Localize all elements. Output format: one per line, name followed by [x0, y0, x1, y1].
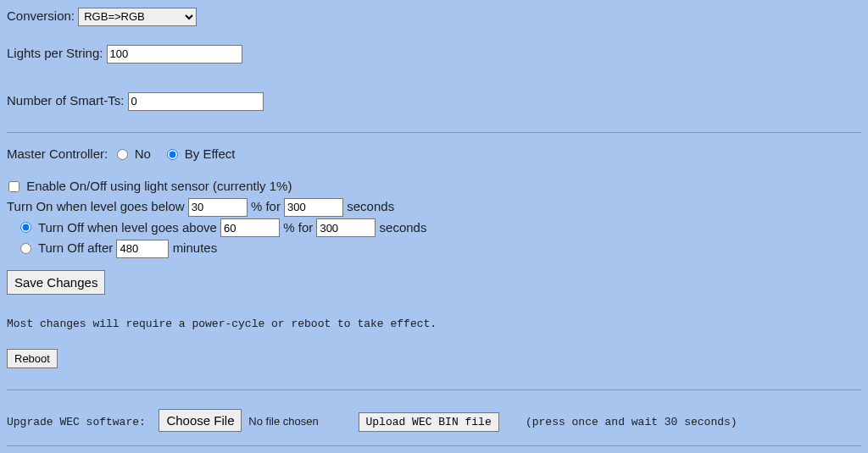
- divider: [7, 132, 861, 133]
- turn-off-level-input[interactable]: [220, 218, 280, 237]
- divider: [7, 389, 861, 390]
- reboot-button[interactable]: Reboot: [7, 349, 58, 368]
- minutes-label: minutes: [173, 240, 218, 255]
- smart-ts-input[interactable]: [128, 92, 264, 111]
- power-cycle-note: Most changes will require a power-cycle …: [7, 313, 861, 335]
- master-no-option[interactable]: No: [115, 146, 155, 161]
- conversion-select[interactable]: RGB=>RGB: [78, 8, 197, 26]
- master-by-effect-text: By Effect: [185, 146, 236, 161]
- enable-light-sensor-checkbox[interactable]: [8, 181, 19, 192]
- enable-light-sensor-text: Enable On/Off using light sensor (curren…: [26, 179, 292, 193]
- seconds-label-1: seconds: [347, 199, 394, 213]
- lights-per-string-input[interactable]: [107, 45, 242, 64]
- turn-off-above-option[interactable]: Turn Off when level goes above: [19, 220, 220, 235]
- enable-light-sensor-option[interactable]: Enable On/Off using light sensor (curren…: [7, 179, 292, 193]
- divider: [7, 445, 861, 446]
- turn-off-seconds-input[interactable]: [316, 218, 376, 237]
- turn-off-after-radio[interactable]: [20, 243, 31, 254]
- lights-per-string-label: Lights per String:: [7, 46, 103, 60]
- percent-for-1: % for: [251, 199, 284, 213]
- turn-off-after-text: Turn Off after: [38, 240, 117, 255]
- save-button[interactable]: Save Changes: [7, 270, 105, 295]
- turn-on-level-input[interactable]: [188, 198, 248, 217]
- turn-off-after-option[interactable]: Turn Off after: [19, 240, 116, 255]
- turn-on-seconds-input[interactable]: [284, 198, 343, 217]
- upload-button[interactable]: Upload WEC BIN file: [359, 412, 499, 432]
- turn-off-after-min-input[interactable]: [116, 240, 169, 258]
- master-no-radio[interactable]: [117, 149, 128, 160]
- no-file-text: No file chosen: [248, 415, 318, 428]
- smart-ts-label: Number of Smart-Ts:: [7, 93, 124, 108]
- master-by-effect-option[interactable]: By Effect: [165, 146, 236, 161]
- turn-off-above-radio[interactable]: [20, 222, 31, 233]
- turn-off-above-text: Turn Off when level goes above: [38, 220, 220, 235]
- press-once-note: (press once and wait 30 seconds): [526, 416, 737, 428]
- master-by-effect-radio[interactable]: [167, 149, 178, 160]
- master-no-text: No: [135, 146, 151, 161]
- seconds-label-2: seconds: [380, 220, 427, 235]
- conversion-label: Conversion:: [7, 8, 75, 23]
- upgrade-label: Upgrade WEC software:: [7, 416, 146, 428]
- master-controller-label: Master Controller:: [7, 146, 108, 161]
- percent-for-2: % for: [283, 220, 316, 235]
- turn-on-pre: Turn On when level goes below: [7, 199, 188, 213]
- choose-file-button[interactable]: Choose File: [159, 409, 242, 432]
